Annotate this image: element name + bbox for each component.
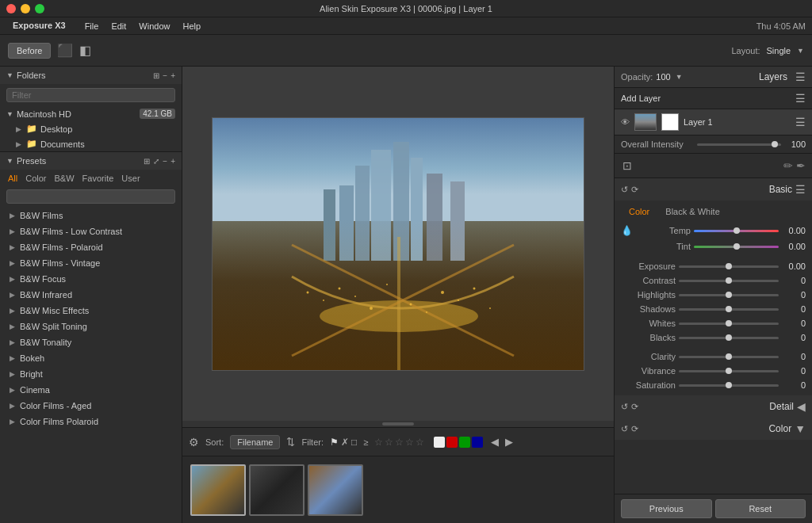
flag-square-icon[interactable]: □ — [351, 437, 357, 448]
star-1-icon[interactable]: ☆ — [374, 437, 383, 448]
overall-intensity-slider[interactable] — [697, 143, 781, 146]
dropper-1-icon[interactable]: ✏ — [783, 159, 793, 172]
folders-chevron-icon[interactable]: ▼ — [6, 71, 13, 79]
before-button[interactable]: Before — [8, 43, 51, 59]
preset-bw-films-vintage[interactable]: ▶ B&W Films - Vintage — [0, 255, 182, 271]
tab-favorite[interactable]: Favorite — [81, 173, 116, 184]
basic-sync-icon[interactable]: ⟳ — [631, 185, 638, 195]
color-refresh-icon[interactable]: ↺ — [621, 424, 628, 434]
preset-bw-films[interactable]: ▶ B&W Films — [0, 208, 182, 223]
preset-bw-films-low[interactable]: ▶ B&W Films - Low Contrast — [0, 223, 182, 239]
crop-icon[interactable]: ⊡ — [621, 158, 634, 174]
compare-icon[interactable]: ◧ — [79, 43, 91, 58]
preset-bw-misc[interactable]: ▶ B&W Misc Effects — [0, 303, 182, 319]
menu-help[interactable]: Help — [182, 21, 201, 31]
temp-eyedropper-icon[interactable]: 💧 — [621, 225, 633, 236]
color-expand-icon[interactable]: ▼ — [795, 422, 806, 435]
previous-button[interactable]: Previous — [621, 499, 712, 518]
color-tab[interactable]: Color — [621, 205, 657, 218]
prev-filmstrip-icon[interactable]: ◀ — [491, 436, 499, 448]
detail-refresh-icon[interactable]: ↺ — [621, 402, 628, 412]
bw-tab[interactable]: Black & White — [657, 205, 727, 218]
star-4-icon[interactable]: ☆ — [405, 437, 414, 448]
reset-button[interactable]: Reset — [715, 499, 806, 518]
preset-bright[interactable]: ▶ Bright — [0, 366, 182, 382]
sort-filename-button[interactable]: Filename — [230, 435, 280, 449]
preset-cinema[interactable]: ▶ Cinema — [0, 382, 182, 398]
clarity-slider[interactable] — [679, 356, 779, 358]
folder-filter-input[interactable] — [6, 88, 175, 102]
next-filmstrip-icon[interactable]: ▶ — [505, 436, 513, 448]
flag-white-icon[interactable]: ⚑ — [330, 437, 339, 448]
scroll-indicator[interactable] — [382, 422, 414, 426]
presets-search-input[interactable] — [6, 189, 175, 204]
preset-bw-tonality[interactable]: ▶ B&W Tonality — [0, 334, 182, 350]
star-2-icon[interactable]: ☆ — [385, 437, 393, 448]
color-dot-white[interactable] — [434, 437, 445, 448]
presets-grid-icon[interactable]: ⊞ — [144, 157, 150, 166]
layout-icon[interactable]: ⬛ — [57, 43, 73, 58]
tab-user[interactable]: User — [120, 173, 141, 184]
layer-item-1[interactable]: 👁 Layer 1 ☰ — [615, 109, 812, 136]
presets-plus-icon[interactable]: + — [170, 157, 175, 166]
menu-appname[interactable]: Exposure X3 — [6, 17, 72, 35]
color-dot-green[interactable] — [459, 437, 470, 448]
star-5-icon[interactable]: ☆ — [416, 437, 424, 448]
highlights-slider[interactable] — [679, 294, 779, 296]
menu-edit[interactable]: Edit — [111, 21, 126, 31]
maximize-button[interactable] — [35, 4, 44, 13]
preset-color-films-polaroid[interactable]: ▶ Color Films Polaroid — [0, 414, 182, 429]
exposure-slider[interactable] — [679, 265, 779, 268]
layers-menu-icon[interactable]: ☰ — [795, 71, 806, 83]
tab-all[interactable]: All — [6, 173, 19, 184]
color-sync-icon[interactable]: ⟳ — [631, 424, 638, 434]
preset-bw-split[interactable]: ▶ B&W Split Toning — [0, 319, 182, 334]
tab-color[interactable]: Color — [24, 173, 48, 184]
presets-expand-icon[interactable]: ⤢ — [153, 157, 159, 166]
close-button[interactable] — [6, 4, 16, 13]
contrast-slider[interactable] — [679, 280, 779, 282]
temp-slider[interactable] — [694, 230, 779, 232]
blacks-slider[interactable] — [679, 337, 779, 339]
settings-icon[interactable]: ⚙ — [189, 436, 199, 449]
whites-slider[interactable] — [679, 323, 779, 325]
flag-x-icon[interactable]: ✗ — [341, 437, 349, 448]
layers-options-icon[interactable]: ☰ — [795, 92, 806, 105]
tab-bw[interactable]: B&W — [53, 173, 76, 184]
detail-expand-icon[interactable]: ◀ — [797, 400, 806, 413]
preset-bokeh[interactable]: ▶ Bokeh — [0, 350, 182, 366]
layout-value[interactable]: Single — [767, 46, 791, 55]
filmstrip-thumb-2[interactable] — [249, 464, 304, 516]
saturation-slider[interactable] — [679, 384, 779, 387]
basic-refresh-1-icon[interactable]: ↺ — [621, 185, 628, 195]
dropper-2-icon[interactable]: ✒ — [796, 159, 806, 172]
opacity-chevron-icon[interactable]: ▼ — [676, 73, 683, 81]
basic-menu-icon[interactable]: ☰ — [795, 183, 806, 196]
layer-visibility-icon[interactable]: 👁 — [621, 117, 630, 127]
folder-plus-icon[interactable]: + — [170, 71, 175, 80]
tint-slider[interactable] — [694, 246, 779, 248]
folder-grid-icon[interactable]: ⊞ — [153, 71, 159, 80]
preset-bw-films-polaroid[interactable]: ▶ B&W Films - Polaroid — [0, 239, 182, 255]
filmstrip-thumb-3[interactable] — [308, 464, 363, 516]
presets-chevron-icon[interactable]: ▼ — [6, 157, 13, 165]
menu-file[interactable]: File — [85, 21, 99, 31]
star-3-icon[interactable]: ☆ — [395, 437, 404, 448]
sort-direction-icon[interactable]: ⇅ — [286, 436, 295, 448]
drive-item[interactable]: ▼ Macintosh HD 42.1 GB — [0, 106, 182, 121]
folder-desktop[interactable]: ▶ 📁 Desktop — [0, 121, 182, 136]
color-dot-blue[interactable] — [472, 437, 483, 448]
vibrance-slider[interactable] — [679, 370, 779, 372]
detail-sync-icon[interactable]: ⟳ — [631, 402, 638, 412]
shadows-slider[interactable] — [679, 308, 779, 311]
folder-documents[interactable]: ▶ 📁 Documents — [0, 136, 182, 151]
presets-minus-icon[interactable]: − — [163, 157, 167, 166]
layer-menu-icon[interactable]: ☰ — [795, 116, 806, 128]
folder-minus-icon[interactable]: − — [163, 71, 167, 80]
filmstrip-thumb-1[interactable] — [190, 464, 246, 516]
minimize-button[interactable] — [21, 4, 30, 13]
preset-bw-focus[interactable]: ▶ B&W Focus — [0, 271, 182, 287]
preset-bw-infrared[interactable]: ▶ B&W Infrared — [0, 287, 182, 303]
menu-window[interactable]: Window — [139, 21, 170, 31]
color-dot-red[interactable] — [446, 437, 458, 448]
